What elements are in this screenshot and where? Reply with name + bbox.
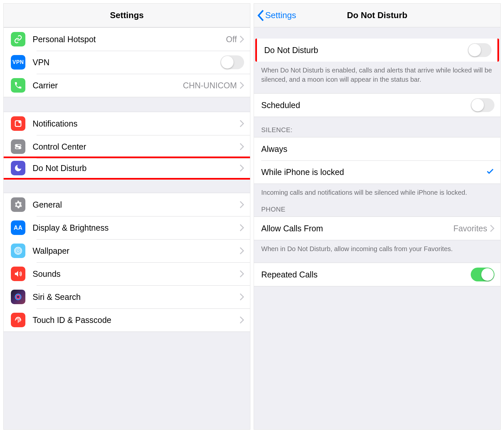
row-label: Scheduled bbox=[261, 101, 471, 110]
row-label: Repeated Calls bbox=[261, 270, 471, 279]
nav-bar: Settings Do Not Disturb bbox=[254, 4, 500, 27]
svg-point-4 bbox=[16, 145, 17, 146]
row-repeated-calls[interactable]: Repeated Calls bbox=[254, 263, 500, 286]
row-label: General bbox=[33, 200, 239, 210]
silence-group: Always While iPhone is locked bbox=[254, 137, 500, 184]
svg-point-1 bbox=[19, 121, 21, 123]
row-silence-locked[interactable]: While iPhone is locked bbox=[254, 160, 500, 184]
row-label: Carrier bbox=[33, 81, 183, 90]
phone-icon bbox=[11, 78, 25, 93]
nav-title: Settings bbox=[110, 10, 144, 20]
row-dnd-toggle[interactable]: Do Not Disturb bbox=[257, 39, 497, 62]
dnd-pane: Settings Do Not Disturb Do Not Disturb W… bbox=[254, 3, 501, 430]
dnd-toggle[interactable] bbox=[468, 43, 491, 57]
chevron-right-icon bbox=[239, 316, 244, 324]
row-siri-search[interactable]: Siri & Search bbox=[4, 285, 250, 308]
back-button[interactable]: Settings bbox=[257, 10, 296, 21]
row-label: Sounds bbox=[33, 269, 239, 279]
repeated-calls-toggle[interactable] bbox=[471, 268, 494, 281]
chevron-right-icon bbox=[239, 224, 244, 231]
check-icon bbox=[486, 167, 494, 177]
row-notifications[interactable]: Notifications bbox=[4, 112, 250, 135]
allow-calls-group: Allow Calls From Favorites bbox=[254, 216, 500, 240]
row-label: Do Not Disturb bbox=[264, 45, 468, 55]
row-vpn[interactable]: VPN VPN bbox=[4, 51, 250, 74]
row-label: Control Center bbox=[33, 142, 239, 152]
section-gap bbox=[4, 97, 250, 112]
dnd-toggle-group: Do Not Disturb bbox=[255, 39, 499, 62]
notifications-icon bbox=[11, 116, 25, 131]
nav-title: Do Not Disturb bbox=[347, 10, 407, 20]
row-general[interactable]: General bbox=[4, 193, 250, 216]
chevron-right-icon bbox=[239, 201, 244, 208]
settings-pane: Settings Personal Hotspot Off VPN VPN bbox=[3, 3, 250, 430]
row-label: VPN bbox=[33, 58, 220, 67]
nav-bar: Settings bbox=[4, 4, 250, 27]
row-scheduled[interactable]: Scheduled bbox=[254, 94, 500, 117]
row-label: Do Not Disturb bbox=[33, 163, 239, 173]
chevron-right-icon bbox=[239, 82, 244, 89]
display-icon: AA bbox=[11, 220, 25, 235]
row-carrier[interactable]: Carrier CHN-UNICOM bbox=[4, 74, 250, 97]
settings-group-general: General AA Display & Brightness Wallpape… bbox=[4, 193, 250, 332]
svg-point-6 bbox=[17, 250, 19, 252]
row-silence-always[interactable]: Always bbox=[254, 137, 500, 160]
row-label: Always bbox=[261, 144, 494, 154]
vpn-icon: VPN bbox=[11, 55, 25, 70]
chevron-right-icon bbox=[239, 164, 244, 172]
silence-footer: Incoming calls and notifications will be… bbox=[254, 184, 500, 200]
vpn-toggle[interactable] bbox=[220, 55, 244, 69]
scheduled-group: Scheduled bbox=[254, 93, 500, 117]
row-label: Allow Calls From bbox=[261, 224, 453, 233]
row-label: Personal Hotspot bbox=[33, 35, 226, 44]
row-label: Touch ID & Passcode bbox=[33, 315, 239, 325]
settings-group-network: Personal Hotspot Off VPN VPN Carrier CHN… bbox=[4, 27, 250, 97]
chevron-right-icon bbox=[239, 120, 244, 127]
row-label: Display & Brightness bbox=[33, 223, 239, 233]
siri-icon bbox=[11, 290, 25, 304]
sounds-icon bbox=[11, 267, 25, 281]
dnd-footer: When Do Not Disturb is enabled, calls an… bbox=[254, 62, 500, 93]
row-do-not-disturb[interactable]: Do Not Disturb bbox=[4, 157, 250, 180]
row-value: Off bbox=[226, 35, 237, 44]
row-value: Favorites bbox=[453, 224, 487, 233]
moon-icon bbox=[11, 161, 25, 175]
silence-header: SILENCE: bbox=[254, 117, 500, 137]
settings-group-alerts: Notifications Control Center Do Not Dist… bbox=[4, 112, 250, 178]
row-sounds[interactable]: Sounds bbox=[4, 262, 250, 285]
row-wallpaper[interactable]: Wallpaper bbox=[4, 239, 250, 262]
chevron-right-icon bbox=[490, 225, 494, 232]
chevron-right-icon bbox=[239, 143, 244, 150]
svg-point-7 bbox=[15, 248, 20, 253]
svg-point-10 bbox=[16, 295, 20, 299]
settings-list[interactable]: Personal Hotspot Off VPN VPN Carrier CHN… bbox=[4, 27, 250, 429]
row-display-brightness[interactable]: AA Display & Brightness bbox=[4, 216, 250, 239]
row-label: While iPhone is locked bbox=[261, 167, 486, 177]
back-label: Settings bbox=[265, 10, 296, 20]
chevron-right-icon bbox=[239, 247, 244, 254]
fingerprint-icon bbox=[11, 313, 25, 327]
wallpaper-icon bbox=[11, 244, 25, 258]
row-value: CHN-UNICOM bbox=[183, 81, 237, 90]
allow-calls-footer: When in Do Not Disturb, allow incoming c… bbox=[254, 240, 500, 263]
section-gap bbox=[254, 27, 500, 39]
section-gap bbox=[4, 178, 250, 193]
dnd-content[interactable]: Do Not Disturb When Do Not Disturb is en… bbox=[254, 27, 500, 429]
row-label: Wallpaper bbox=[33, 246, 239, 256]
row-touch-id[interactable]: Touch ID & Passcode bbox=[4, 308, 250, 332]
chevron-right-icon bbox=[239, 270, 244, 277]
repeated-calls-group: Repeated Calls bbox=[254, 263, 500, 286]
scheduled-toggle[interactable] bbox=[471, 98, 494, 112]
row-label: Siri & Search bbox=[33, 292, 239, 302]
row-label: Notifications bbox=[33, 119, 239, 129]
row-personal-hotspot[interactable]: Personal Hotspot Off bbox=[4, 28, 250, 51]
link-icon bbox=[11, 32, 25, 46]
chevron-right-icon bbox=[239, 36, 244, 43]
chevron-right-icon bbox=[239, 293, 244, 301]
gear-icon bbox=[11, 197, 25, 212]
svg-point-5 bbox=[19, 147, 20, 149]
phone-header: PHONE bbox=[254, 200, 500, 216]
control-center-icon bbox=[11, 139, 25, 154]
row-control-center[interactable]: Control Center bbox=[4, 135, 250, 158]
row-allow-calls[interactable]: Allow Calls From Favorites bbox=[254, 217, 500, 240]
